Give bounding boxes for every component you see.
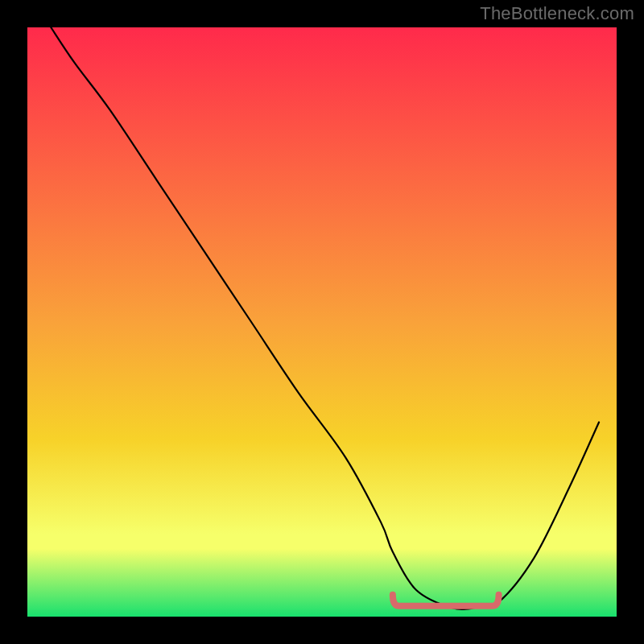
chart-svg xyxy=(27,27,617,617)
chart-container: TheBottleneck.com xyxy=(0,0,644,644)
gradient-background xyxy=(27,27,617,617)
plot-area xyxy=(27,27,617,617)
watermark-text: TheBottleneck.com xyxy=(480,3,634,24)
